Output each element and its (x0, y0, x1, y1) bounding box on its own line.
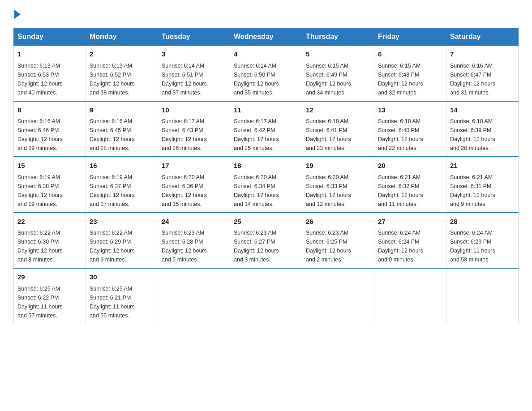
calendar-cell: 19Sunrise: 6:20 AMSunset: 6:33 PMDayligh… (302, 157, 374, 213)
day-number: 11 (234, 105, 298, 116)
day-number: 25 (234, 217, 298, 227)
weekday-header-thursday: Thursday (302, 28, 374, 46)
weekday-header-saturday: Saturday (446, 28, 519, 46)
day-number: 28 (450, 217, 515, 227)
calendar-week-5: 29Sunrise: 6:25 AMSunset: 6:22 PMDayligh… (14, 268, 519, 324)
calendar-cell: 28Sunrise: 6:24 AMSunset: 6:23 PMDayligh… (446, 213, 519, 269)
calendar-cell: 16Sunrise: 6:19 AMSunset: 6:37 PMDayligh… (86, 157, 158, 213)
page-header (13, 13, 519, 19)
day-info: Sunrise: 6:23 AMSunset: 6:27 PMDaylight:… (234, 228, 298, 264)
day-info: Sunrise: 6:23 AMSunset: 6:25 PMDaylight:… (306, 228, 370, 264)
calendar-cell: 13Sunrise: 6:18 AMSunset: 6:40 PMDayligh… (374, 101, 446, 157)
day-number: 24 (162, 217, 226, 227)
calendar-cell (302, 268, 374, 324)
weekday-header-wednesday: Wednesday (230, 28, 302, 46)
calendar-cell: 23Sunrise: 6:22 AMSunset: 6:29 PMDayligh… (86, 213, 158, 269)
calendar-cell: 25Sunrise: 6:23 AMSunset: 6:27 PMDayligh… (230, 213, 302, 269)
weekday-header-sunday: Sunday (14, 28, 86, 46)
calendar-cell: 9Sunrise: 6:16 AMSunset: 6:45 PMDaylight… (86, 101, 158, 157)
calendar-cell: 20Sunrise: 6:21 AMSunset: 6:32 PMDayligh… (374, 157, 446, 213)
day-number: 21 (450, 161, 515, 171)
calendar-week-4: 22Sunrise: 6:22 AMSunset: 6:30 PMDayligh… (14, 213, 519, 269)
day-info: Sunrise: 6:15 AMSunset: 6:48 PMDaylight:… (378, 61, 442, 97)
calendar-cell: 8Sunrise: 6:16 AMSunset: 6:46 PMDaylight… (14, 101, 86, 157)
day-info: Sunrise: 6:13 AMSunset: 6:52 PMDaylight:… (90, 61, 154, 97)
calendar-cell: 7Sunrise: 6:16 AMSunset: 6:47 PMDaylight… (446, 46, 519, 101)
day-info: Sunrise: 6:17 AMSunset: 6:43 PMDaylight:… (162, 117, 226, 153)
day-info: Sunrise: 6:16 AMSunset: 6:45 PMDaylight:… (90, 117, 154, 153)
calendar-cell (446, 268, 519, 324)
calendar-cell: 30Sunrise: 6:25 AMSunset: 6:21 PMDayligh… (86, 268, 158, 324)
calendar-cell: 10Sunrise: 6:17 AMSunset: 6:43 PMDayligh… (158, 101, 230, 157)
calendar-cell: 12Sunrise: 6:18 AMSunset: 6:41 PMDayligh… (302, 101, 374, 157)
day-info: Sunrise: 6:19 AMSunset: 6:38 PMDaylight:… (17, 173, 82, 209)
day-number: 6 (378, 49, 442, 60)
calendar-week-2: 8Sunrise: 6:16 AMSunset: 6:46 PMDaylight… (14, 101, 519, 157)
day-number: 8 (17, 105, 82, 116)
day-number: 10 (162, 105, 226, 116)
day-number: 20 (378, 161, 442, 171)
day-number: 13 (378, 105, 442, 116)
calendar-cell: 17Sunrise: 6:20 AMSunset: 6:36 PMDayligh… (158, 157, 230, 213)
day-info: Sunrise: 6:20 AMSunset: 6:36 PMDaylight:… (162, 173, 226, 209)
day-info: Sunrise: 6:18 AMSunset: 6:39 PMDaylight:… (450, 117, 515, 153)
day-number: 15 (17, 161, 82, 171)
calendar-cell: 1Sunrise: 6:13 AMSunset: 6:53 PMDaylight… (14, 46, 86, 101)
day-info: Sunrise: 6:13 AMSunset: 6:53 PMDaylight:… (17, 61, 82, 97)
day-number: 30 (90, 272, 154, 283)
day-info: Sunrise: 6:15 AMSunset: 6:49 PMDaylight:… (306, 61, 370, 97)
day-info: Sunrise: 6:16 AMSunset: 6:47 PMDaylight:… (450, 61, 515, 97)
day-info: Sunrise: 6:25 AMSunset: 6:21 PMDaylight:… (90, 284, 154, 320)
calendar-header-row: SundayMondayTuesdayWednesdayThursdayFrid… (14, 28, 519, 46)
day-info: Sunrise: 6:18 AMSunset: 6:40 PMDaylight:… (378, 117, 442, 153)
day-number: 26 (306, 217, 370, 227)
day-number: 7 (450, 49, 515, 60)
calendar-cell: 27Sunrise: 6:24 AMSunset: 6:24 PMDayligh… (374, 213, 446, 269)
day-number: 16 (90, 161, 154, 171)
calendar-week-3: 15Sunrise: 6:19 AMSunset: 6:38 PMDayligh… (14, 157, 519, 213)
day-info: Sunrise: 6:24 AMSunset: 6:23 PMDaylight:… (450, 228, 515, 264)
calendar-cell: 21Sunrise: 6:21 AMSunset: 6:31 PMDayligh… (446, 157, 519, 213)
calendar-cell (374, 268, 446, 324)
weekday-header-tuesday: Tuesday (158, 28, 230, 46)
calendar-cell (230, 268, 302, 324)
day-info: Sunrise: 6:22 AMSunset: 6:30 PMDaylight:… (17, 228, 82, 264)
day-number: 3 (162, 49, 226, 60)
day-number: 29 (17, 272, 82, 283)
day-info: Sunrise: 6:21 AMSunset: 6:31 PMDaylight:… (450, 173, 515, 209)
calendar-cell: 29Sunrise: 6:25 AMSunset: 6:22 PMDayligh… (14, 268, 86, 324)
day-info: Sunrise: 6:21 AMSunset: 6:32 PMDaylight:… (378, 173, 442, 209)
day-info: Sunrise: 6:20 AMSunset: 6:34 PMDaylight:… (234, 173, 298, 209)
day-info: Sunrise: 6:23 AMSunset: 6:28 PMDaylight:… (162, 228, 226, 264)
weekday-header-monday: Monday (86, 28, 158, 46)
weekday-header-friday: Friday (374, 28, 446, 46)
day-info: Sunrise: 6:22 AMSunset: 6:29 PMDaylight:… (90, 228, 154, 264)
calendar-cell: 6Sunrise: 6:15 AMSunset: 6:48 PMDaylight… (374, 46, 446, 101)
day-info: Sunrise: 6:25 AMSunset: 6:22 PMDaylight:… (17, 284, 82, 320)
day-number: 17 (162, 161, 226, 171)
day-info: Sunrise: 6:18 AMSunset: 6:41 PMDaylight:… (306, 117, 370, 153)
day-number: 5 (306, 49, 370, 60)
calendar-week-1: 1Sunrise: 6:13 AMSunset: 6:53 PMDaylight… (14, 46, 519, 101)
day-info: Sunrise: 6:17 AMSunset: 6:42 PMDaylight:… (234, 117, 298, 153)
day-number: 2 (90, 49, 154, 60)
calendar-cell: 14Sunrise: 6:18 AMSunset: 6:39 PMDayligh… (446, 101, 519, 157)
day-number: 1 (17, 49, 82, 60)
calendar-cell: 15Sunrise: 6:19 AMSunset: 6:38 PMDayligh… (14, 157, 86, 213)
logo-arrow-icon (14, 10, 21, 19)
day-info: Sunrise: 6:14 AMSunset: 6:51 PMDaylight:… (162, 61, 226, 97)
day-number: 27 (378, 217, 442, 227)
calendar-cell: 18Sunrise: 6:20 AMSunset: 6:34 PMDayligh… (230, 157, 302, 213)
day-info: Sunrise: 6:19 AMSunset: 6:37 PMDaylight:… (90, 173, 154, 209)
calendar-cell: 5Sunrise: 6:15 AMSunset: 6:49 PMDaylight… (302, 46, 374, 101)
calendar-cell: 4Sunrise: 6:14 AMSunset: 6:50 PMDaylight… (230, 46, 302, 101)
day-info: Sunrise: 6:20 AMSunset: 6:33 PMDaylight:… (306, 173, 370, 209)
calendar-cell: 24Sunrise: 6:23 AMSunset: 6:28 PMDayligh… (158, 213, 230, 269)
day-info: Sunrise: 6:16 AMSunset: 6:46 PMDaylight:… (17, 117, 82, 153)
day-number: 12 (306, 105, 370, 116)
calendar-cell: 26Sunrise: 6:23 AMSunset: 6:25 PMDayligh… (302, 213, 374, 269)
logo (13, 13, 21, 19)
day-number: 14 (450, 105, 515, 116)
calendar-cell: 11Sunrise: 6:17 AMSunset: 6:42 PMDayligh… (230, 101, 302, 157)
day-number: 18 (234, 161, 298, 171)
